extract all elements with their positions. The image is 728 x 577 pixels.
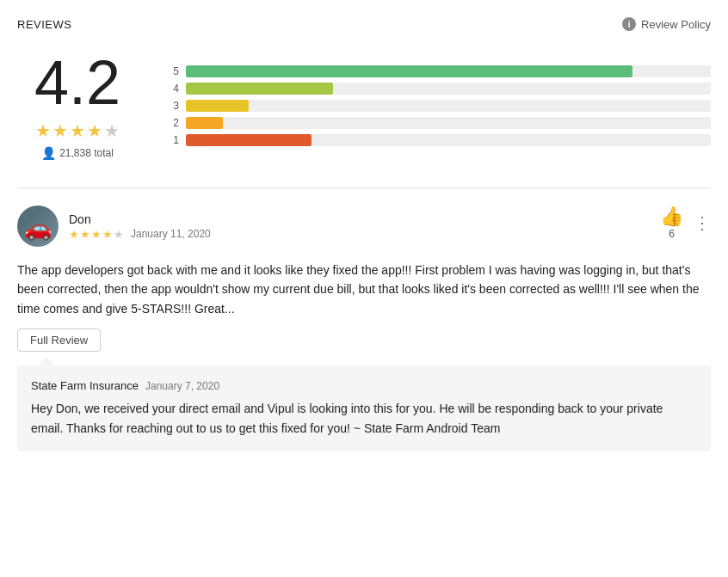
reviewer-name: Don: [69, 212, 211, 226]
bar-label-2: 2: [172, 117, 179, 129]
person-icon: 👤: [41, 146, 56, 160]
bar-track-1: [186, 134, 711, 146]
avatar-image: 🚗: [17, 206, 59, 247]
rev-star-1: ★: [69, 228, 79, 241]
bar-label-3: 3: [172, 100, 179, 112]
bar-fill-1: [186, 134, 312, 146]
car-icon: 🚗: [24, 215, 52, 242]
reviewer-stars: ★ ★ ★ ★ ★: [69, 228, 124, 241]
review-actions: 👍 6 ⋮: [660, 206, 711, 240]
bar-row-2: 2: [172, 117, 711, 129]
bar-row-5: 5: [172, 65, 711, 77]
bar-fill-5: [186, 65, 632, 77]
thumbs-count: 6: [669, 228, 675, 240]
response-header: State Farm Insurance January 7, 2020: [31, 379, 697, 392]
full-review-button[interactable]: Full Review: [17, 328, 101, 352]
reviewer-details: Don ★ ★ ★ ★ ★ January 11, 2020: [69, 212, 211, 241]
rev-star-3: ★: [91, 228, 102, 241]
star-3: ★: [70, 120, 85, 141]
star-1: ★: [35, 120, 51, 141]
review-card: 🚗 Don ★ ★ ★ ★ ★ January 11, 2020: [17, 206, 711, 451]
rating-summary: 4.2 ★ ★ ★ ★ ★ 👤 21,838 total: [17, 52, 138, 160]
review-text: The app developers got back with me and …: [17, 261, 711, 318]
bubble-tip: [38, 357, 55, 365]
total-reviews-count: 21,838 total: [59, 147, 114, 159]
bar-row-1: 1: [172, 134, 711, 146]
review-policy-link[interactable]: i Review Policy: [622, 17, 711, 31]
rating-section: 4.2 ★ ★ ★ ★ ★ 👤 21,838 total 54321: [17, 52, 711, 160]
response-box: State Farm Insurance January 7, 2020 Hey…: [17, 365, 711, 451]
bar-track-4: [186, 83, 711, 95]
rating-stars: ★ ★ ★ ★ ★: [35, 120, 120, 141]
thumbs-up-icon[interactable]: 👍: [660, 206, 683, 228]
review-date: January 11, 2020: [131, 228, 211, 240]
bar-label-5: 5: [172, 65, 179, 77]
bar-label-4: 4: [172, 83, 179, 95]
rev-star-4: ★: [102, 228, 113, 241]
bar-label-1: 1: [172, 134, 179, 146]
response-text: Hey Don, we received your direct email a…: [31, 399, 697, 438]
rev-star-2: ★: [80, 228, 90, 241]
review-top: 🚗 Don ★ ★ ★ ★ ★ January 11, 2020: [17, 206, 711, 252]
review-policy-label: Review Policy: [641, 18, 711, 31]
rating-bar-chart: 54321: [172, 65, 711, 146]
bar-track-2: [186, 117, 711, 129]
star-2: ★: [52, 120, 68, 141]
total-reviews: 👤 21,838 total: [41, 146, 114, 160]
section-divider: [17, 187, 711, 188]
reviewer-stars-date: ★ ★ ★ ★ ★ January 11, 2020: [69, 228, 211, 241]
response-author: State Farm Insurance: [31, 379, 139, 392]
rating-score: 4.2: [34, 52, 120, 114]
bar-track-5: [186, 65, 711, 77]
avatar: 🚗: [17, 206, 59, 247]
more-options-icon[interactable]: ⋮: [694, 212, 711, 233]
info-icon: i: [622, 17, 636, 31]
bar-track-3: [186, 100, 711, 112]
star-5: ★: [104, 120, 120, 141]
reviewer-info: 🚗 Don ★ ★ ★ ★ ★ January 11, 2020: [17, 206, 211, 247]
rev-star-5: ★: [114, 228, 124, 241]
star-4: ★: [87, 120, 102, 141]
thumbs-up-container: 👍 6: [660, 206, 683, 240]
bar-fill-3: [186, 100, 249, 112]
bar-row-3: 3: [172, 100, 711, 112]
reviews-title: REVIEWS: [17, 18, 71, 31]
bar-fill-4: [186, 83, 333, 95]
response-date: January 7, 2020: [145, 380, 219, 392]
bar-fill-2: [186, 117, 223, 129]
bar-row-4: 4: [172, 83, 711, 95]
reviews-header: REVIEWS i Review Policy: [17, 17, 711, 31]
